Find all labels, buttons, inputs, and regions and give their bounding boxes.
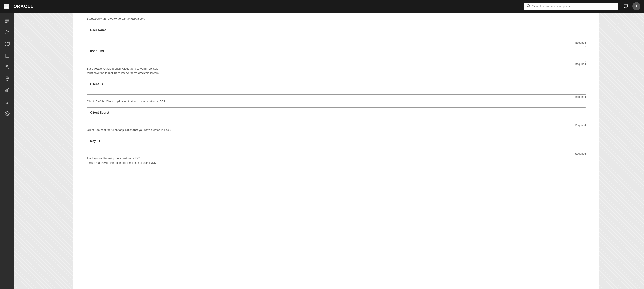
sidebar-item-location[interactable] <box>2 73 12 84</box>
username-input[interactable] <box>87 33 586 40</box>
left-panel <box>14 12 73 289</box>
client-secret-field-wrapper: Client Secret <box>87 107 586 123</box>
svg-marker-11 <box>5 42 10 46</box>
key-id-input[interactable] <box>87 144 586 151</box>
key-id-hint-line1: The key used to verify the signature in … <box>87 157 142 160</box>
svg-point-18 <box>6 65 8 67</box>
svg-point-3 <box>527 4 530 7</box>
sidebar-item-map[interactable] <box>2 38 12 49</box>
svg-point-10 <box>8 31 9 32</box>
svg-rect-25 <box>5 100 9 103</box>
search-bar[interactable] <box>524 3 618 10</box>
client-id-required: Required <box>575 95 586 98</box>
svg-rect-24 <box>8 88 9 92</box>
sample-format-text: Sample format: 'servername.oraclecloud.c… <box>87 17 586 20</box>
client-id-hint-line1: Client ID of the Client application that… <box>87 100 166 103</box>
svg-rect-22 <box>5 90 6 92</box>
sidebar-item-analytics[interactable] <box>2 85 12 96</box>
sidebar-item-monitor[interactable] <box>2 97 12 107</box>
svg-rect-6 <box>5 20 9 20</box>
svg-rect-7 <box>5 21 9 22</box>
search-input[interactable] <box>532 4 616 8</box>
key-id-label: Key ID <box>87 136 586 144</box>
client-secret-input[interactable] <box>87 115 586 123</box>
idcs-url-field-wrapper: IDCS URL <box>87 46 586 62</box>
svg-rect-1 <box>4 6 8 6</box>
client-id-hint: Client ID of the Client application that… <box>87 99 586 104</box>
svg-rect-14 <box>5 54 9 58</box>
client-secret-hint: Client Secret of the Client application … <box>87 128 586 132</box>
client-secret-hint-line1: Client Secret of the Client application … <box>87 128 170 132</box>
sidebar-item-calendar[interactable] <box>2 50 12 61</box>
messages-button[interactable] <box>622 2 630 10</box>
idcs-url-hint-line2: Must have the format 'https://servername… <box>87 72 159 75</box>
idcs-url-input[interactable] <box>87 54 586 62</box>
username-required: Required <box>575 41 586 44</box>
nav-icons: A <box>622 2 640 10</box>
sidebar-item-team[interactable] <box>2 27 12 38</box>
svg-point-26 <box>6 113 8 114</box>
idcs-url-label: IDCS URL <box>87 46 586 54</box>
client-id-label: Client ID <box>87 79 586 87</box>
svg-point-9 <box>6 31 8 32</box>
idcs-url-hint-line1: Base URL of Oracle Identity Cloud Servic… <box>87 67 158 70</box>
idcs-url-field-container: IDCS URL Required Base URL of Oracle Ide… <box>87 46 586 76</box>
client-id-input[interactable] <box>87 87 586 94</box>
svg-line-4 <box>529 6 530 8</box>
key-id-required: Required <box>575 152 586 155</box>
sidebar-item-list[interactable] <box>2 15 12 26</box>
svg-point-19 <box>5 66 6 67</box>
hamburger-button[interactable] <box>4 4 9 9</box>
idcs-url-hint: Base URL of Oracle Identity Cloud Servic… <box>87 66 586 76</box>
client-id-field-wrapper: Client ID <box>87 79 586 94</box>
username-field-container: User Name Required <box>87 25 586 44</box>
client-secret-field-container: Client Secret Required Client Secret of … <box>87 107 586 132</box>
idcs-url-required: Required <box>575 62 586 66</box>
svg-rect-2 <box>4 8 8 8</box>
username-label: User Name <box>87 25 586 33</box>
oracle-logo: ORACLE <box>14 4 34 9</box>
svg-rect-5 <box>5 19 9 20</box>
sidebar-item-settings[interactable] <box>2 108 12 119</box>
key-id-field-wrapper: Key ID <box>87 136 586 152</box>
username-field-wrapper: User Name <box>87 25 586 40</box>
svg-rect-8 <box>5 22 8 22</box>
main-wrapper: Sample format: 'servername.oraclecloud.c… <box>14 12 644 289</box>
sidebar <box>0 12 14 289</box>
client-secret-label: Client Secret <box>87 108 586 115</box>
sidebar-item-users[interactable] <box>2 62 12 72</box>
form-content: Sample format: 'servername.oraclecloud.c… <box>73 12 599 289</box>
client-secret-required: Required <box>575 124 586 127</box>
right-panel <box>599 12 644 289</box>
search-icon <box>527 4 530 8</box>
key-id-hint-line2: It must match with the uploaded certific… <box>87 161 156 164</box>
key-id-hint: The key used to verify the signature in … <box>87 156 586 165</box>
svg-rect-23 <box>7 89 8 92</box>
key-id-field-container: Key ID Required The key used to verify t… <box>87 136 586 165</box>
client-id-field-container: Client ID Required Client ID of the Clie… <box>87 79 586 104</box>
user-avatar[interactable]: A <box>632 2 640 10</box>
svg-point-20 <box>8 66 9 67</box>
top-navigation: ORACLE A <box>0 0 644 12</box>
svg-point-21 <box>7 78 8 79</box>
svg-rect-0 <box>4 5 8 5</box>
